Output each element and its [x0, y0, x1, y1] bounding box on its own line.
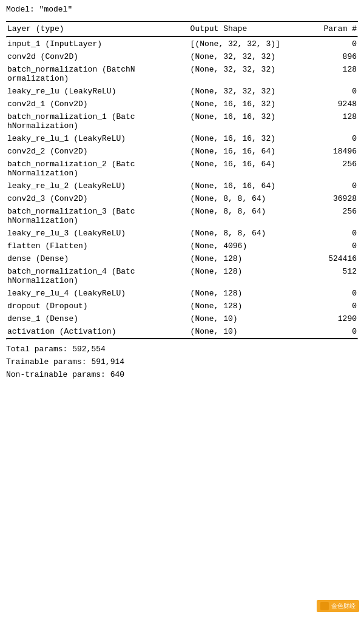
- layer-name-cell: batch_normalization_3 (Batc hNormalizati…: [6, 205, 189, 227]
- table-row: batch_normalization_3 (Batc hNormalizati…: [6, 205, 358, 227]
- param-count-cell: 128: [295, 110, 358, 132]
- output-shape-cell: [(None, 32, 32, 3)]: [189, 38, 295, 50]
- output-shape-cell: (None, 8, 8, 64): [189, 205, 295, 227]
- layer-name-cell: leaky_re_lu_4 (LeakyReLU): [6, 287, 189, 300]
- layer-name-cell: leaky_re_lu_2 (LeakyReLU): [6, 180, 189, 192]
- table-row: conv2d_1 (Conv2D)(None, 16, 16, 32)9248: [6, 98, 358, 110]
- layer-name-cell: activation (Activation): [6, 325, 189, 338]
- coin-icon: [320, 602, 329, 610]
- summary-block: Total params: 592,554 Trainable params: …: [6, 343, 358, 381]
- param-count-cell: 524416: [295, 252, 358, 265]
- table-row: conv2d_2 (Conv2D)(None, 16, 16, 64)18496: [6, 145, 358, 158]
- layer-name-cell: leaky_re_lu_1 (LeakyReLU): [6, 132, 189, 145]
- layer-name-cell: input_1 (InputLayer): [6, 38, 189, 50]
- model-summary-table: Layer (type) Output Shape Param #: [6, 22, 358, 36]
- table-row: dense (Dense)(None, 128)524416: [6, 252, 358, 265]
- layer-name-cell: conv2d_3 (Conv2D): [6, 192, 189, 205]
- table-row: leaky_re_lu (LeakyReLU)(None, 32, 32, 32…: [6, 85, 358, 98]
- output-shape-cell: (None, 128): [189, 287, 295, 300]
- header-output: Output Shape: [189, 22, 295, 36]
- output-shape-cell: (None, 8, 8, 64): [189, 192, 295, 205]
- output-shape-cell: (None, 16, 16, 64): [189, 158, 295, 180]
- layer-name-cell: batch_normalization (BatchN ormalization…: [6, 63, 189, 85]
- table-row: batch_normalization_2 (Batc hNormalizati…: [6, 158, 358, 180]
- footer-top-separator: [6, 338, 358, 340]
- table-row: conv2d_3 (Conv2D)(None, 8, 8, 64)36928: [6, 192, 358, 205]
- table-row: leaky_re_lu_4 (LeakyReLU)(None, 128)0: [6, 287, 358, 300]
- layer-name-cell: batch_normalization_4 (Batc hNormalizati…: [6, 265, 189, 287]
- param-count-cell: 1290: [295, 312, 358, 325]
- watermark: 金色财经: [317, 600, 359, 612]
- param-count-cell: 512: [295, 265, 358, 287]
- param-count-cell: 0: [295, 325, 358, 338]
- header-param: Param #: [295, 22, 358, 36]
- param-count-cell: 18496: [295, 145, 358, 158]
- non-trainable-params: Non-trainable params: 640: [6, 369, 358, 382]
- param-count-cell: 256: [295, 205, 358, 227]
- output-shape-cell: (None, 16, 16, 32): [189, 98, 295, 110]
- header-layer: Layer (type): [6, 22, 189, 36]
- output-shape-cell: (None, 128): [189, 265, 295, 287]
- layers-table: input_1 (InputLayer)[(None, 32, 32, 3)]0…: [6, 38, 358, 338]
- table-row: batch_normalization_1 (Batc hNormalizati…: [6, 110, 358, 132]
- layer-name-cell: flatten (Flatten): [6, 240, 189, 252]
- output-shape-cell: (None, 128): [189, 252, 295, 265]
- layer-name-cell: leaky_re_lu_3 (LeakyReLU): [6, 227, 189, 240]
- param-count-cell: 0: [295, 240, 358, 252]
- param-count-cell: 0: [295, 38, 358, 50]
- param-count-cell: 256: [295, 158, 358, 180]
- layer-name-cell: batch_normalization_1 (Batc hNormalizati…: [6, 110, 189, 132]
- layer-name-cell: leaky_re_lu (LeakyReLU): [6, 85, 189, 98]
- param-count-cell: 36928: [295, 192, 358, 205]
- output-shape-cell: (None, 32, 32, 32): [189, 85, 295, 98]
- layer-name-cell: batch_normalization_2 (Batc hNormalizati…: [6, 158, 189, 180]
- output-shape-cell: (None, 128): [189, 300, 295, 312]
- layer-name-cell: dropout (Dropout): [6, 300, 189, 312]
- layer-name-cell: dense_1 (Dense): [6, 312, 189, 325]
- param-count-cell: 0: [295, 180, 358, 192]
- table-row: batch_normalization_4 (Batc hNormalizati…: [6, 265, 358, 287]
- layer-name-cell: conv2d (Conv2D): [6, 50, 189, 63]
- output-shape-cell: (None, 10): [189, 325, 295, 338]
- table-row: dense_1 (Dense)(None, 10)1290: [6, 312, 358, 325]
- table-row: input_1 (InputLayer)[(None, 32, 32, 3)]0: [6, 38, 358, 50]
- table-row: conv2d (Conv2D)(None, 32, 32, 32)896: [6, 50, 358, 63]
- param-count-cell: 0: [295, 85, 358, 98]
- param-count-cell: 0: [295, 300, 358, 312]
- param-count-cell: 0: [295, 132, 358, 145]
- output-shape-cell: (None, 16, 16, 32): [189, 110, 295, 132]
- layer-name-cell: dense (Dense): [6, 252, 189, 265]
- param-count-cell: 0: [295, 227, 358, 240]
- table-row: leaky_re_lu_2 (LeakyReLU)(None, 16, 16, …: [6, 180, 358, 192]
- output-shape-cell: (None, 16, 16, 64): [189, 180, 295, 192]
- param-count-cell: 896: [295, 50, 358, 63]
- table-row: activation (Activation)(None, 10)0: [6, 325, 358, 338]
- output-shape-cell: (None, 10): [189, 312, 295, 325]
- trainable-params: Trainable params: 591,914: [6, 356, 358, 369]
- output-shape-cell: (None, 8, 8, 64): [189, 227, 295, 240]
- output-shape-cell: (None, 32, 32, 32): [189, 50, 295, 63]
- table-row: dropout (Dropout)(None, 128)0: [6, 300, 358, 312]
- output-shape-cell: (None, 16, 16, 64): [189, 145, 295, 158]
- layer-name-cell: conv2d_2 (Conv2D): [6, 145, 189, 158]
- watermark-text: 金色财经: [331, 602, 356, 610]
- table-row: leaky_re_lu_3 (LeakyReLU)(None, 8, 8, 64…: [6, 227, 358, 240]
- table-header-row: Layer (type) Output Shape Param #: [6, 22, 358, 36]
- output-shape-cell: (None, 16, 16, 32): [189, 132, 295, 145]
- table-row: batch_normalization (BatchN ormalization…: [6, 63, 358, 85]
- output-shape-cell: (None, 32, 32, 32): [189, 63, 295, 85]
- param-count-cell: 0: [295, 287, 358, 300]
- total-params: Total params: 592,554: [6, 343, 358, 356]
- model-title: Model: "model": [6, 5, 358, 16]
- table-row: leaky_re_lu_1 (LeakyReLU)(None, 16, 16, …: [6, 132, 358, 145]
- layer-name-cell: conv2d_1 (Conv2D): [6, 98, 189, 110]
- param-count-cell: 128: [295, 63, 358, 85]
- param-count-cell: 9248: [295, 98, 358, 110]
- table-row: flatten (Flatten)(None, 4096)0: [6, 240, 358, 252]
- output-shape-cell: (None, 4096): [189, 240, 295, 252]
